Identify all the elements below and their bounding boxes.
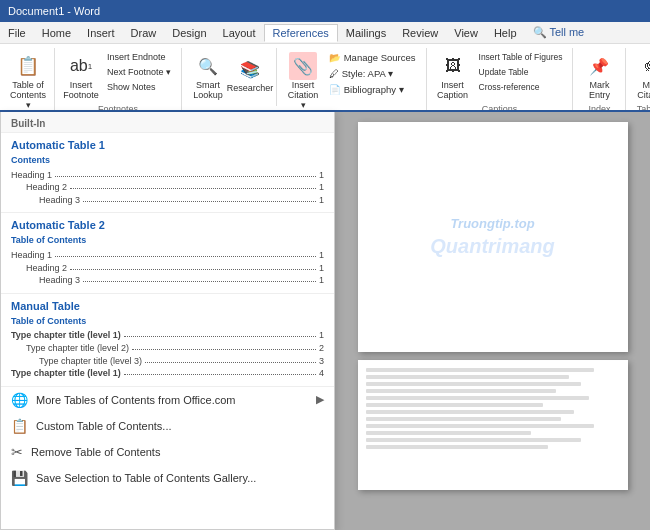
section-builtin: Built-In bbox=[1, 112, 334, 133]
ribbon-group-footnotes: ab1 InsertFootnote Insert Endnote Next F… bbox=[57, 48, 182, 112]
insert-citation-button[interactable]: 📎 InsertCitation ▾ bbox=[283, 50, 323, 112]
ribbon: 📋 Table ofContents ▾ Built-In ab1 Insert… bbox=[0, 44, 650, 112]
menu-file[interactable]: File bbox=[0, 25, 34, 41]
custom-toc-label: Custom Table of Contents... bbox=[36, 420, 172, 432]
table-of-contents-button[interactable]: 📋 Table ofContents ▾ bbox=[8, 50, 48, 112]
toc-dropdown-panel: Built-In Automatic Table 1 Contents Head… bbox=[0, 112, 335, 530]
menu-tellme[interactable]: 🔍 Tell me bbox=[525, 24, 593, 41]
ribbon-group-toa: 🏷 MarkCitation Table of Auth... bbox=[628, 48, 650, 112]
menu-view[interactable]: View bbox=[446, 25, 486, 41]
mark-citation-button[interactable]: 🏷 MarkCitation bbox=[632, 50, 650, 102]
remove-toc-button[interactable]: ✂ Remove Table of Contents bbox=[1, 439, 334, 465]
text-line-4 bbox=[366, 389, 557, 393]
title-bar: Document1 - Word bbox=[0, 0, 650, 22]
insert-footnote-button[interactable]: ab1 InsertFootnote bbox=[61, 50, 101, 102]
custom-toc-button[interactable]: 📋 Custom Table of Contents... bbox=[1, 413, 334, 439]
show-notes-button[interactable]: Show Notes bbox=[103, 80, 175, 94]
globe-icon: 🌐 bbox=[11, 392, 28, 408]
insert-endnote-button[interactable]: Insert Endnote bbox=[103, 50, 175, 64]
doc-text-preview bbox=[358, 360, 628, 460]
text-line-12 bbox=[366, 445, 549, 449]
watermark-truongtip: Truongtip.top bbox=[450, 216, 534, 231]
smart-lookup-icon: 🔍 bbox=[194, 52, 222, 80]
brand-overlay: Truongtip.top Quantrimang bbox=[358, 122, 628, 352]
doc-page-main: Truongtip.top Quantrimang bbox=[358, 122, 628, 352]
text-line-1 bbox=[366, 368, 595, 372]
manual-table-label: Manual Table bbox=[11, 300, 324, 312]
update-table-button[interactable]: Update Table bbox=[475, 65, 567, 79]
smart-lookup-label: SmartLookup bbox=[193, 80, 223, 100]
menu-help[interactable]: Help bbox=[486, 25, 525, 41]
text-line-3 bbox=[366, 382, 582, 386]
insert-caption-button[interactable]: 🖼 InsertCaption bbox=[433, 50, 473, 102]
custom-toc-icon: 📋 bbox=[11, 418, 28, 434]
ribbon-group-index: 📌 MarkEntry Index bbox=[575, 48, 626, 112]
mark-entry-button[interactable]: 📌 MarkEntry bbox=[579, 50, 619, 102]
arrow-icon: ▶ bbox=[316, 393, 324, 406]
ribbon-group-research: 🔍 SmartLookup 📚 Researcher bbox=[184, 48, 277, 106]
menu-design[interactable]: Design bbox=[164, 25, 214, 41]
text-line-7 bbox=[366, 410, 574, 414]
menu-mailings[interactable]: Mailings bbox=[338, 25, 394, 41]
main-area: Built-In Automatic Table 1 Contents Head… bbox=[0, 112, 650, 530]
save-toc-button[interactable]: 💾 Save Selection to Table of Contents Ga… bbox=[1, 465, 334, 491]
researcher-label: Researcher bbox=[227, 83, 274, 93]
caption-icon: 🖼 bbox=[439, 52, 467, 80]
doc-page-small bbox=[358, 360, 628, 490]
automatic-table-1-item[interactable]: Automatic Table 1 Contents Heading 11 He… bbox=[1, 133, 334, 213]
auto-table-2-preview: Table of Contents Heading 11 Heading 21 … bbox=[11, 234, 324, 286]
menu-bar: File Home Insert Draw Design Layout Refe… bbox=[0, 22, 650, 44]
group-label-captions: Captions bbox=[482, 104, 518, 112]
auto-table-1-label: Automatic Table 1 bbox=[11, 139, 324, 151]
insert-caption-label: InsertCaption bbox=[437, 80, 468, 100]
more-toc-button[interactable]: 🌐 More Tables of Contents from Office.co… bbox=[1, 387, 334, 413]
menu-draw[interactable]: Draw bbox=[123, 25, 165, 41]
group-label-index: Index bbox=[588, 104, 610, 112]
text-line-9 bbox=[366, 424, 595, 428]
save-icon: 💾 bbox=[11, 470, 28, 486]
menu-insert[interactable]: Insert bbox=[79, 25, 123, 41]
menu-review[interactable]: Review bbox=[394, 25, 446, 41]
footnote-label: InsertFootnote bbox=[63, 80, 99, 100]
menu-references[interactable]: References bbox=[264, 24, 338, 42]
citation-icon: 📎 bbox=[289, 52, 317, 80]
cross-reference-button[interactable]: Cross-reference bbox=[475, 80, 567, 94]
group-label-toa: Table of Auth... bbox=[632, 104, 650, 112]
next-footnote-button[interactable]: Next Footnote ▾ bbox=[103, 65, 175, 79]
document-area: Truongtip.top Quantrimang bbox=[335, 112, 650, 530]
text-line-5 bbox=[366, 396, 590, 400]
style-button[interactable]: 🖊 Style: APA ▾ bbox=[325, 66, 419, 81]
text-line-2 bbox=[366, 375, 569, 379]
menu-layout[interactable]: Layout bbox=[215, 25, 264, 41]
watermark-quantrimang: Quantrimang bbox=[430, 235, 554, 258]
mark-entry-label: MarkEntry bbox=[589, 80, 610, 100]
group-label-footnotes: Footnotes bbox=[98, 104, 138, 112]
auto-table-2-label: Automatic Table 2 bbox=[11, 219, 324, 231]
remove-toc-label: Remove Table of Contents bbox=[31, 446, 160, 458]
auto-table-1-preview: Contents Heading 11 Heading 21 Heading 3… bbox=[11, 154, 324, 206]
mark-citation-icon: 🏷 bbox=[638, 52, 650, 80]
text-line-11 bbox=[366, 438, 582, 442]
automatic-table-2-item[interactable]: Automatic Table 2 Table of Contents Head… bbox=[1, 213, 334, 293]
mark-citation-label: MarkCitation bbox=[637, 80, 650, 100]
smart-lookup-button[interactable]: 🔍 SmartLookup bbox=[188, 50, 228, 102]
menu-home[interactable]: Home bbox=[34, 25, 79, 41]
footnote-icon: ab1 bbox=[67, 52, 95, 80]
ribbon-group-captions: 🖼 InsertCaption Insert Table of Figures … bbox=[429, 48, 574, 112]
toc-icon: 📋 bbox=[14, 52, 42, 80]
text-line-10 bbox=[366, 431, 531, 435]
save-toc-label: Save Selection to Table of Contents Gall… bbox=[36, 472, 256, 484]
researcher-button[interactable]: 📚 Researcher bbox=[230, 50, 270, 98]
bibliography-button[interactable]: 📄 Bibliography ▾ bbox=[325, 82, 419, 97]
researcher-icon: 📚 bbox=[236, 55, 264, 83]
ribbon-group-citations: 📎 InsertCitation ▾ 📂 Manage Sources 🖊 St… bbox=[279, 48, 426, 112]
manage-sources-button[interactable]: 📂 Manage Sources bbox=[325, 50, 419, 65]
insert-citation-label: InsertCitation ▾ bbox=[285, 80, 321, 110]
text-line-6 bbox=[366, 403, 544, 407]
text-line-8 bbox=[366, 417, 562, 421]
ribbon-group-toc: 📋 Table ofContents ▾ Built-In bbox=[4, 48, 55, 112]
remove-icon: ✂ bbox=[11, 444, 23, 460]
title-text: Document1 - Word bbox=[8, 5, 100, 17]
insert-table-of-figs-button[interactable]: Insert Table of Figures bbox=[475, 50, 567, 64]
manual-table-item[interactable]: Manual Table Table of Contents Type chap… bbox=[1, 294, 334, 387]
